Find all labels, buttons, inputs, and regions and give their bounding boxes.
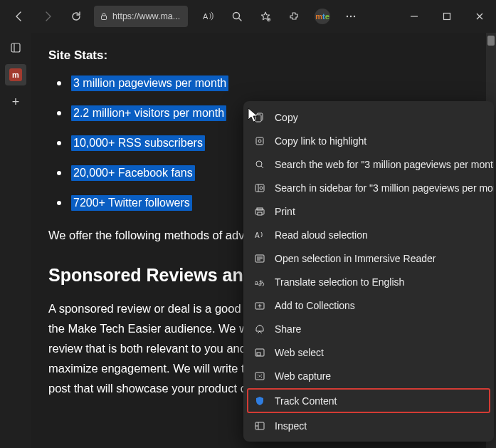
search-sidebar-icon — [253, 182, 266, 194]
ctx-search-web[interactable]: Search the web for "3 million pageviews … — [243, 152, 494, 176]
svg-point-12 — [258, 140, 261, 142]
svg-point-15 — [260, 187, 263, 189]
inspect-icon — [253, 420, 266, 432]
lock-icon — [100, 12, 108, 21]
context-menu: CopyCopy link to highlightSearch the web… — [243, 101, 494, 442]
list-item: 3 million pageviews per month — [48, 75, 480, 91]
ctx-item-label: Print — [275, 206, 295, 217]
extensions-button[interactable] — [280, 3, 307, 30]
cursor-icon — [247, 108, 260, 123]
ctx-item-label: Web capture — [275, 370, 331, 382]
more-button[interactable] — [337, 3, 364, 30]
ctx-inspect[interactable]: Inspect — [243, 414, 494, 437]
ctx-item-label: Add to Collections — [275, 300, 355, 311]
svg-text:A: A — [255, 231, 260, 239]
ctx-item-label: Read aloud selection — [275, 229, 368, 241]
svg-point-6 — [354, 16, 355, 17]
ctx-search-sidebar[interactable]: Search in sidebar for "3 million pagevie… — [243, 176, 494, 199]
web-select-icon — [253, 346, 266, 359]
svg-rect-0 — [102, 16, 107, 20]
ctx-item-label: Open selection in Immersive Reader — [275, 253, 436, 264]
maximize-button[interactable] — [431, 0, 463, 33]
titlebar: https://www.ma... A mte — [0, 0, 496, 33]
track-content-icon — [253, 395, 266, 407]
ctx-item-label: Translate selection to English — [275, 276, 404, 288]
address-bar[interactable]: https://www.ma... — [94, 6, 188, 27]
ctx-copy-link-highlight[interactable]: Copy link to highlight — [243, 129, 494, 152]
active-tab[interactable]: m — [5, 64, 26, 85]
svg-rect-18 — [258, 212, 262, 215]
close-button[interactable] — [463, 0, 496, 33]
read-aloud-button[interactable]: A — [195, 3, 222, 30]
share-icon — [253, 323, 266, 335]
back-button[interactable] — [6, 3, 33, 30]
ctx-item-label: Web select — [275, 347, 324, 358]
ctx-item-label: Search in sidebar for "3 million pagevie… — [275, 182, 494, 194]
ctx-copy[interactable]: Copy — [243, 105, 494, 129]
svg-rect-11 — [256, 137, 263, 145]
svg-text:A: A — [203, 12, 209, 21]
ctx-item-label: Search the web for "3 million pageviews … — [275, 159, 494, 170]
svg-point-5 — [350, 16, 352, 17]
favorites-button[interactable] — [252, 3, 279, 30]
svg-rect-24 — [257, 353, 260, 355]
add-collections-icon — [253, 299, 266, 312]
forward-button[interactable] — [34, 3, 61, 30]
tab-actions-button[interactable] — [5, 37, 26, 58]
minimize-button[interactable] — [398, 0, 431, 33]
read-aloud-icon: A — [253, 229, 266, 241]
site-stats-heading: Site Stats: — [48, 48, 480, 63]
site-badge[interactable]: mte — [309, 3, 336, 30]
print-icon — [253, 205, 266, 218]
svg-point-13 — [256, 161, 262, 167]
new-tab-button[interactable]: + — [5, 91, 26, 113]
web-capture-icon — [253, 370, 266, 382]
vertical-tab-strip: m + — [0, 33, 31, 448]
refresh-button[interactable] — [63, 3, 90, 30]
ctx-item-label: Share — [275, 323, 301, 335]
search-web-icon — [253, 158, 266, 171]
svg-point-2 — [233, 13, 240, 19]
ctx-web-select[interactable]: Web select — [243, 340, 494, 364]
ctx-share[interactable]: Share — [243, 317, 494, 340]
url-text: https://www.ma... — [112, 11, 180, 21]
translate-icon: aあ — [253, 276, 266, 288]
immersive-reader-icon — [253, 252, 266, 265]
ctx-read-aloud[interactable]: ARead aloud selection — [243, 223, 494, 246]
ctx-print[interactable]: Print — [243, 199, 494, 223]
ctx-item-label: Inspect — [275, 420, 307, 432]
ctx-translate[interactable]: aあTranslate selection to English — [243, 270, 494, 293]
search-button[interactable] — [223, 3, 250, 30]
svg-point-4 — [347, 16, 348, 17]
scrollbar-thumb[interactable] — [487, 36, 495, 46]
svg-rect-8 — [11, 43, 20, 52]
ctx-item-label: Copy link to highlight — [275, 135, 366, 147]
ctx-item-label: Copy — [275, 112, 298, 123]
svg-text:aあ: aあ — [255, 279, 265, 286]
ctx-track-content[interactable]: Track Content — [248, 389, 490, 412]
copy-link-highlight-icon — [253, 135, 266, 147]
ctx-add-collections[interactable]: Add to Collections — [243, 293, 494, 317]
ctx-web-capture[interactable]: Web capture — [243, 364, 494, 387]
ctx-immersive-reader[interactable]: Open selection in Immersive Reader — [243, 246, 494, 270]
svg-rect-7 — [444, 14, 450, 20]
ctx-item-label: Track Content — [275, 395, 337, 407]
tab-favicon-letter: m — [12, 71, 19, 79]
